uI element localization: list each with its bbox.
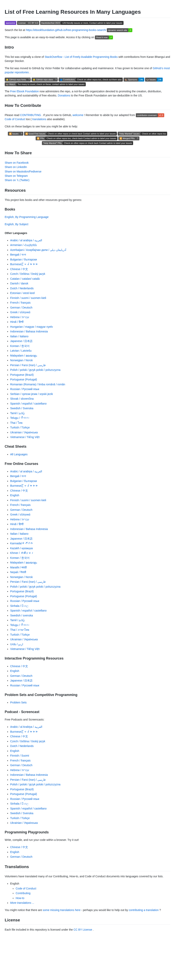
language-link[interactable]: Turkish / Türkçe — [10, 816, 30, 820]
language-link[interactable]: English — [10, 749, 19, 752]
badge[interactable]: ⭐ GitHub repo stars? — [32, 78, 58, 81]
language-link[interactable]: Chinese / 中文 — [10, 846, 28, 849]
share-link[interactable]: Share on Mastodon/Fediverse — [5, 170, 41, 173]
language-link[interactable]: Hebrew / עברית — [10, 768, 29, 772]
language-link[interactable]: Kannada/ಕನ್ನಡ — [10, 542, 33, 545]
language-link[interactable]: Portuguese (Portugal) — [10, 378, 37, 381]
language-link[interactable]: Polish / polski / język polski / polszcz… — [10, 585, 60, 588]
language-link[interactable]: Swedish / svenska — [10, 614, 33, 617]
badge[interactable]: Hacktoberfest 2023126 friendly issues or… — [40, 21, 123, 25]
language-link[interactable]: Indonesian / Bahasa Indonesia — [10, 527, 48, 531]
translations-link[interactable]: translations — [32, 118, 46, 121]
language-link[interactable]: Kazakh / қазақша — [10, 547, 33, 550]
language-link[interactable]: French / français — [10, 759, 30, 762]
language-link[interactable]: Ukrainian / Українська — [10, 821, 38, 824]
language-link[interactable]: Russian / Русский язык — [10, 388, 39, 391]
language-link[interactable]: Portuguese (Brazil) — [10, 788, 34, 791]
share-link[interactable]: Share on LinkedIn — [5, 165, 27, 169]
language-link[interactable]: Marathi / मराठी — [10, 566, 27, 569]
language-link[interactable]: Azerbaijani / Азәрбајҹан дили / آذربايجا… — [10, 248, 66, 251]
language-link[interactable]: Russian / Русский язык — [10, 599, 39, 603]
language-link[interactable]: Swedish / Svenska — [10, 407, 33, 410]
language-link[interactable]: Spanish / español / castellano — [10, 807, 47, 810]
language-link[interactable]: Italian / italiano — [10, 335, 28, 338]
badge[interactable]: "Help Wanted" IssuesCheck on other repos… — [118, 132, 167, 136]
language-link[interactable]: German / Deutsch — [10, 306, 33, 309]
language-link[interactable]: Ukrainian / Українська — [10, 431, 38, 434]
cheat-all-link[interactable]: All Languages — [10, 453, 28, 456]
welcome-link[interactable]: welcome — [73, 113, 84, 117]
language-link[interactable]: Latvian / Latviešu — [10, 349, 32, 352]
language-link[interactable]: Portuguese (Portugal) — [10, 595, 37, 598]
covenant-badge[interactable]: contributor-covenantv1.3 — [136, 113, 164, 117]
language-link[interactable]: Russian / Русский язык — [10, 797, 39, 800]
language-link[interactable]: Dutch / Nederlands — [10, 745, 34, 748]
language-link[interactable]: Norwegian / Norsk — [10, 576, 33, 579]
books-by-lang-link[interactable]: English, By Programming Language — [5, 215, 49, 218]
badge[interactable]: ⭐ GitHub repo forks? — [5, 78, 31, 81]
badge[interactable]: 👁️ WatchToo many to count, check on thes… — [5, 82, 86, 86]
badge[interactable]: 🔀 Merged PRs? — [118, 137, 139, 140]
language-link[interactable]: Greek / ελληνικά — [10, 513, 30, 516]
language-link[interactable]: English — [10, 669, 19, 673]
language-link[interactable]: Swedish / Svenska — [10, 811, 33, 815]
language-link[interactable]: Sinhala / සිංහල — [10, 802, 28, 805]
badge[interactable]: 👥 ContributorsCheck on other repos too, … — [58, 78, 123, 81]
language-link[interactable]: Russian / Русский язык — [10, 684, 39, 687]
language-link[interactable]: Polish / polski / język polski / polszcz… — [10, 783, 60, 786]
language-link[interactable]: Dutch / Nederlands — [10, 287, 34, 290]
badge[interactable]: LicenseCC BY 4.0 — [17, 21, 39, 25]
language-link[interactable]: Czech / čeština / český jazyk — [10, 740, 45, 743]
language-link[interactable]: Finnish / Suomi — [10, 754, 29, 757]
language-link[interactable]: Persian / Farsi (Iran) / فارسى — [10, 364, 46, 367]
badge[interactable]: awesome — [5, 21, 16, 25]
language-link[interactable]: Malayalam / മലയാളം — [10, 354, 37, 357]
language-link[interactable]: Bengali / বাংলা — [10, 253, 26, 256]
language-link[interactable]: Vietnamese / Tiếng Việt — [10, 648, 39, 651]
language-link[interactable]: Italian / italiano — [10, 532, 28, 535]
books-by-subj-link[interactable]: English, By Subject — [5, 223, 28, 226]
language-link[interactable]: Vietnamese / Tiếng Việt — [10, 436, 39, 439]
problem-sets-link[interactable]: Problem Sets — [10, 701, 27, 704]
language-link[interactable]: Burmese / မြန်မာဘာသာ — [10, 730, 37, 733]
language-link[interactable]: Thai / ภาษาไทย — [10, 628, 29, 631]
language-link[interactable]: Estonian / eesti keel — [10, 291, 35, 294]
language-link[interactable]: Nepali / नेपाली — [10, 571, 26, 574]
language-link[interactable]: Portuguese (Portugal) — [10, 792, 37, 795]
language-link[interactable]: Slovak / slovenčina — [10, 397, 34, 400]
language-link[interactable]: Catalan / catalan/ català — [10, 277, 39, 280]
language-link[interactable]: Arabic / al Arabiya / العربية — [10, 725, 42, 728]
language-link[interactable]: Burmese / မြန်မာဘာသာ — [10, 484, 37, 487]
language-link[interactable]: German / Deutsch — [10, 764, 33, 767]
language-link[interactable]: Chinese / 中文 — [10, 665, 28, 668]
search-link[interactable]: https://ebookfoundation.github.io/free-p… — [26, 29, 106, 32]
language-link[interactable]: Arabic / al arabiya / العربية — [10, 239, 42, 242]
language-link[interactable]: Khmer / ភាសាខ្មែរ — [10, 551, 34, 555]
language-link[interactable]: Armenian / Հայերեն — [10, 243, 37, 247]
language-link[interactable]: German / Deutsch — [10, 508, 33, 511]
language-link[interactable]: Indonesian / Bahasa Indonesia — [10, 330, 48, 333]
contributing-translation-link[interactable]: contributing a translation — [129, 908, 159, 912]
language-link[interactable]: Hindi / हिन्दी — [10, 320, 24, 323]
language-link[interactable]: English — [10, 494, 19, 497]
translation-doc-link[interactable]: Code of Conduct — [16, 887, 36, 890]
language-link[interactable]: Finnish / suomi / suomen kieli — [10, 499, 46, 502]
share-link[interactable]: Share on Telegram — [5, 174, 28, 177]
share-link[interactable]: Share on Facebook — [5, 161, 28, 164]
language-link[interactable]: Korean / 한국어 — [10, 556, 30, 559]
language-link[interactable]: Tamil / தமிழ் — [10, 412, 25, 415]
language-link[interactable]: German / Deutsch — [10, 674, 33, 678]
stackoverflow-link[interactable]: StackOverflow - List of Freely Available… — [45, 55, 118, 59]
language-link[interactable]: Turkish / Türkçe — [10, 426, 30, 429]
more-translations-link[interactable]: More translations ... — [10, 901, 34, 904]
badge[interactable]: 🐿️ Sponsors14k — [123, 78, 144, 81]
language-link[interactable]: Hebrew / עברית — [10, 518, 29, 521]
language-link[interactable]: Finnish / suomi / suomen kieli — [10, 296, 46, 299]
language-link[interactable]: Czech / čeština / český jazyk — [10, 272, 45, 275]
badge[interactable]: 🔀 PRsCheck on other repos too, check bac… — [36, 137, 117, 140]
language-link[interactable]: Persian / Farsi (Iran) / فارسى — [10, 778, 46, 781]
language-link[interactable]: Bulgarian / български — [10, 258, 37, 261]
language-link[interactable]: Telugu / తెలుగు — [10, 624, 29, 627]
language-link[interactable]: Tamil / தமிழ் — [10, 619, 25, 622]
badge[interactable]: 👁️ Issues14k — [145, 78, 163, 81]
